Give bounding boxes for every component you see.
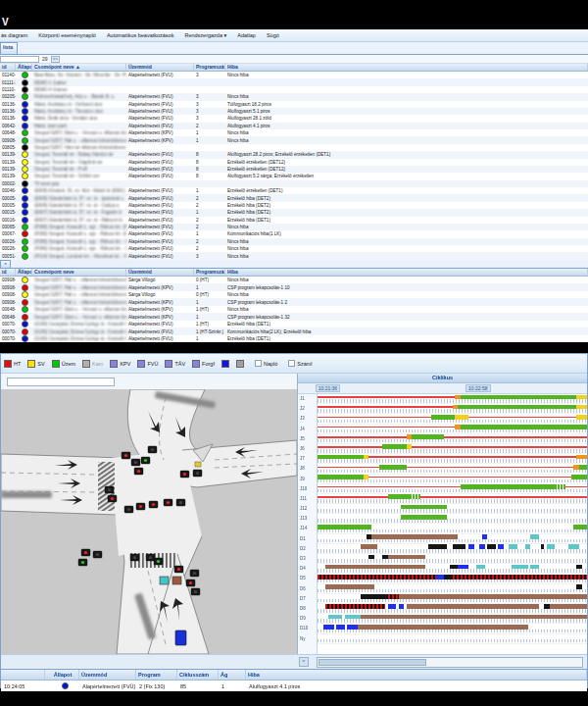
table-row[interactable]: 01140-1Baia Mare, Str. Victoriei - Str. … — [0, 72, 588, 78]
gantt-label-D8: D8 — [298, 604, 317, 614]
scrollbar-thumb[interactable] — [318, 659, 426, 666]
legend-toggle-Üzem[interactable]: Üzem — [52, 360, 75, 368]
table-row[interactable]: 00908-1Szeged SZKT, Pali u. - villamos b… — [0, 277, 588, 284]
table-row[interactable]: 00046-1(E905) Kistelek, 51. sz. főút - M… — [0, 187, 588, 194]
title-bar[interactable]: V — [0, 0, 588, 29]
table-row[interactable]: 00051-1(F014) Szeged, Londoni krt. - Mos… — [0, 252, 588, 259]
menu-item[interactable]: Súgó — [267, 32, 279, 38]
table-row[interactable]: 00015-1(E907) Sándorfalvi út, 57. sz. út… — [0, 209, 588, 216]
cell-error: Kommunikációs hiba(1 LK) — [225, 231, 588, 236]
status-led-icon — [22, 173, 28, 179]
table-row[interactable]: 00067-1(F086) Szeged, Kossuth L. sgt. - … — [0, 230, 588, 237]
col-error[interactable]: Hiba — [225, 64, 588, 71]
table-row[interactable]: 00908-1Szeged SZKT, Pali u. - villamos b… — [0, 291, 588, 299]
cell-name: (F086) Szeged, Kossuth L. sgt. - Rókusi … — [32, 225, 126, 229]
menu-item[interactable]: Rendszergazda ▾ — [184, 32, 226, 38]
status-led-icon — [22, 195, 28, 202]
col-name[interactable]: Csomópont neve — [32, 269, 126, 276]
table-row[interactable]: 00205-1Hódmezővásárhely, Ady u. - Bartók… — [0, 93, 588, 100]
legend-toggle-FVÜ[interactable]: FVÜ — [137, 360, 158, 368]
cell-error: Alulfogyaszt 28.1 zöld — [225, 116, 588, 121]
cell-error: Érzékelő hiba (DET1) — [225, 218, 588, 223]
gantt-row-J10 — [318, 484, 587, 494]
scroll-left-button[interactable]: < — [299, 657, 309, 667]
table-row[interactable]: 01111-1DEMO 1 Jupiter — [0, 78, 588, 85]
legend-toggle-HT[interactable]: HT — [4, 360, 21, 368]
menu-item[interactable]: Automatikus beavatkozások — [107, 32, 173, 38]
status-led-icon — [22, 224, 28, 230]
cell-id: 00908-1 — [0, 292, 16, 297]
table-row[interactable]: 00648-1Szeged SZKT, Dáni u. - Vénusz u. … — [0, 306, 588, 314]
table-row[interactable]: 01110-1DEMO 4 Uranus — [0, 86, 588, 93]
intersection-map[interactable] — [1, 389, 297, 654]
table-row[interactable]: 00908-1Szeged SZKT, Pali u. - villamos b… — [0, 136, 588, 143]
menu-item[interactable]: Adatlap — [237, 32, 256, 38]
time-label-mid: 10:22:58 — [466, 384, 490, 392]
legend-toggle-Kam[interactable]: Kam — [82, 360, 103, 368]
legend-toggle-SV[interactable]: SV — [27, 360, 44, 368]
table-row[interactable]: 00026-2(F086) Szeged, Kossuth L. sgt. - … — [0, 238, 588, 245]
col-error[interactable]: Hiba — [225, 269, 588, 276]
traffic-signal-icon — [148, 446, 157, 453]
window-title: V — [2, 17, 9, 27]
next-page-button[interactable]: >> — [51, 56, 60, 63]
cell-error: Érzékelő hiba (DET2) — [225, 203, 588, 208]
table-row[interactable]: 00648-1Szeged SZKT, Dáni u. - Vénusz u. … — [0, 129, 588, 136]
junction-select-combo[interactable] — [7, 378, 115, 386]
table-row[interactable]: 00139-3Szeged, Torontál tér - Bakay Nánd… — [0, 151, 588, 158]
table-row[interactable]: 00136-3Makó, Deák utca - Vontató utcaAla… — [0, 115, 588, 122]
table-row[interactable]: 00016-1(E907) Sándorfalvi út, 57. sz. út… — [0, 217, 588, 224]
cell-mode: Alapértelmezett (FVÜ) — [126, 152, 194, 157]
col-mode[interactable]: Üzemmód — [126, 64, 194, 71]
table-row[interactable]: 00136-2Makó, Andrássy út - Vorhand utcaA… — [0, 101, 588, 108]
sb-col-branch: Ág — [219, 670, 246, 680]
col-status[interactable]: Állapot — [16, 269, 32, 276]
gantt-row-D2 — [318, 544, 587, 554]
table-row[interactable]: 00005-1(E906) Sándorfalvi út, 57. sz. út… — [0, 202, 588, 209]
horizontal-scrollbar[interactable] — [317, 657, 583, 668]
status-led-icon — [22, 93, 28, 100]
gantt-label-D1: D1 — [298, 534, 317, 544]
table-row[interactable]: 00070-1(0109) Csongrád, Dózsa György út … — [0, 335, 588, 343]
cell-mode: Alapértelmezett (FVÜ) — [126, 109, 194, 114]
col-mode[interactable]: Üzemmód — [126, 269, 194, 276]
table-row[interactable]: 00139-4Szeged, Torontál tér - Vágóhíd so… — [0, 159, 588, 166]
table-row[interactable]: 00070-1(0109) Csongrád, Dózsa György út … — [0, 328, 588, 335]
table-row[interactable]: 00026-1(F086) Szeged, Kossuth L. sgt. - … — [0, 245, 588, 252]
table-row[interactable]: 00648-1Szeged SZKT, Dáni u. - Vénusz u. … — [0, 313, 588, 321]
menu-item[interactable]: ás diagram — [1, 32, 27, 38]
checkbox-Száml[interactable]: Száml — [288, 360, 312, 367]
legend-toggle-TÁV[interactable]: TÁV — [165, 360, 185, 368]
table-row[interactable]: 00139-2Szeged, Torontál tér - P+RAlapért… — [0, 166, 588, 173]
col-id[interactable]: id — [0, 64, 16, 71]
tab-strip: lista — [0, 42, 588, 55]
table-row[interactable]: 00065-1(F086) Szeged, Kossuth L. sgt. - … — [0, 224, 588, 230]
col-status[interactable]: Állapot — [16, 64, 32, 71]
col-program[interactable]: Programszám — [194, 269, 225, 276]
menu-item[interactable]: Központi eseménynapló — [38, 32, 96, 38]
gantt-row-J3 — [318, 414, 587, 424]
legend-toggle-color[interactable] — [236, 360, 244, 368]
legend-toggle-KPV[interactable]: KPV — [110, 360, 130, 368]
col-program[interactable]: Programszám — [194, 64, 225, 71]
table-row[interactable]: 00136-1Makó, Andrássy út - Táncsics utca… — [0, 108, 588, 115]
col-id[interactable]: id — [0, 269, 16, 276]
legend-toggle-Forgf[interactable]: Forgf — [192, 360, 215, 368]
table-row[interactable]: 00908-1Szeged SZKT, Pali u. - villamos b… — [0, 298, 588, 306]
gantt-plot[interactable] — [318, 394, 587, 654]
table-row[interactable]: 00805-1Szeged SZKT, Vám tér villamos biz… — [0, 144, 588, 151]
legend-toggle-color[interactable] — [221, 360, 229, 368]
traffic-signal-icon — [131, 459, 140, 466]
table-row[interactable]: 00908-1Szeged SZKT, Pali u. - villamos b… — [0, 283, 588, 291]
table-row[interactable]: 00002-1Tő teszt gép — [0, 180, 588, 187]
traffic-signal-icon — [124, 506, 133, 513]
table-row[interactable]: 00070-1(0109) Csongrád, Dózsa György út … — [0, 321, 588, 328]
tab-events[interactable]: e — [0, 260, 11, 268]
tab-junction-list[interactable]: lista — [0, 42, 18, 54]
table-row[interactable]: 00642-1Makó, Ipari parkAlapértelmezett (… — [0, 123, 588, 129]
table-row[interactable]: 00005-2(E906) Sándorfalvi út, 57. sz. út… — [0, 194, 588, 201]
table-row[interactable]: 00139-1Szeged, Torontál tér - Szilléri s… — [0, 173, 588, 179]
col-name[interactable]: Csomópont neve ▲ — [32, 64, 126, 71]
checkbox-Napló[interactable]: Napló — [255, 360, 277, 367]
filter-input[interactable] — [0, 56, 39, 63]
